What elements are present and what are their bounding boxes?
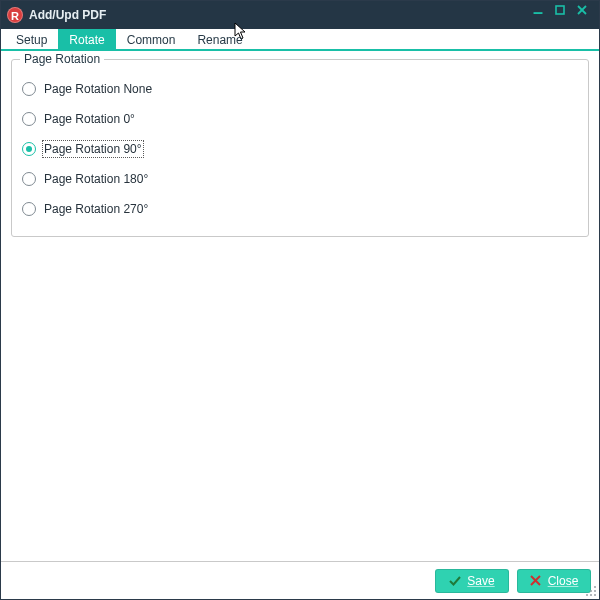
close-button-label: Close <box>548 574 579 588</box>
tab-label: Rename <box>197 33 242 47</box>
maximize-icon <box>555 5 565 15</box>
titlebar[interactable]: R Add/Upd PDF – <box>1 1 599 29</box>
radio-rotation-270[interactable]: Page Rotation 270° <box>22 194 578 224</box>
tab-setup[interactable]: Setup <box>5 29 58 50</box>
radio-label: Page Rotation 270° <box>44 202 148 216</box>
window-title: Add/Upd PDF <box>29 8 106 22</box>
tab-label: Common <box>127 33 176 47</box>
svg-point-9 <box>590 594 592 596</box>
radio-icon <box>22 82 36 96</box>
check-icon <box>449 575 461 587</box>
x-icon <box>530 575 542 587</box>
tab-content: Page Rotation Page Rotation None Page Ro… <box>1 51 599 561</box>
dialog-footer: Save Close <box>1 561 599 599</box>
page-rotation-group: Page Rotation Page Rotation None Page Ro… <box>11 59 589 237</box>
close-button[interactable]: Close <box>517 569 591 593</box>
radio-label: Page Rotation None <box>44 82 152 96</box>
tab-label: Rotate <box>69 33 104 47</box>
resize-grip-icon[interactable] <box>585 585 597 597</box>
radio-icon <box>22 112 36 126</box>
window-maximize-button[interactable] <box>549 5 571 25</box>
radio-icon <box>22 142 36 156</box>
tab-rename[interactable]: Rename <box>186 29 253 50</box>
close-icon <box>577 5 587 15</box>
svg-rect-0 <box>556 6 564 14</box>
radio-icon <box>22 172 36 186</box>
radio-rotation-0[interactable]: Page Rotation 0° <box>22 104 578 134</box>
svg-point-7 <box>594 590 596 592</box>
tab-label: Setup <box>16 33 47 47</box>
window-close-button[interactable] <box>571 5 593 25</box>
tab-common[interactable]: Common <box>116 29 187 50</box>
radio-rotation-180[interactable]: Page Rotation 180° <box>22 164 578 194</box>
radio-rotation-none[interactable]: Page Rotation None <box>22 74 578 104</box>
svg-point-8 <box>586 594 588 596</box>
app-icon: R <box>7 7 23 23</box>
tab-strip: Setup Rotate Common Rename <box>1 29 599 51</box>
radio-label: Page Rotation 90° <box>44 142 142 156</box>
tab-rotate[interactable]: Rotate <box>58 29 115 50</box>
svg-point-5 <box>594 586 596 588</box>
radio-label: Page Rotation 180° <box>44 172 148 186</box>
minimize-icon: – <box>533 2 543 22</box>
dialog-window: R Add/Upd PDF – Setup Rotate Common Rena… <box>0 0 600 600</box>
window-minimize-button[interactable]: – <box>527 5 549 25</box>
save-button-label: Save <box>467 574 494 588</box>
radio-rotation-90[interactable]: Page Rotation 90° <box>22 134 578 164</box>
group-legend: Page Rotation <box>20 52 104 66</box>
radio-icon <box>22 202 36 216</box>
radio-label: Page Rotation 0° <box>44 112 135 126</box>
save-button[interactable]: Save <box>435 569 509 593</box>
svg-point-6 <box>590 590 592 592</box>
svg-point-10 <box>594 594 596 596</box>
